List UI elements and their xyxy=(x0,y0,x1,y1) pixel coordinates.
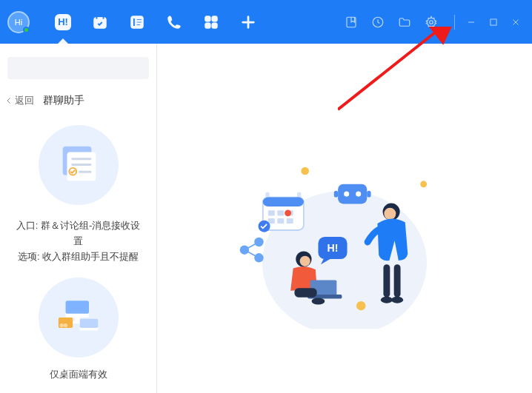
empty-state-illustration: H! xyxy=(226,144,463,329)
svg-rect-9 xyxy=(205,22,210,27)
svg-rect-8 xyxy=(212,16,217,21)
svg-rect-38 xyxy=(263,198,304,206)
right-icons xyxy=(345,15,458,30)
document-stack-icon xyxy=(56,142,102,188)
svg-point-13 xyxy=(430,20,433,24)
svg-point-52 xyxy=(356,192,361,197)
svg-rect-53 xyxy=(334,191,338,198)
chat-badge-icon: H! xyxy=(55,14,71,30)
minimize-icon xyxy=(466,17,476,27)
search-input[interactable] xyxy=(19,63,143,74)
settings-button[interactable] xyxy=(425,16,438,29)
svg-rect-44 xyxy=(287,218,293,224)
nav-icons: H! xyxy=(55,14,256,30)
nav-phone[interactable] xyxy=(166,14,182,30)
page-title: 群聊助手 xyxy=(43,94,84,107)
folder-icon xyxy=(398,16,411,29)
history-button[interactable] xyxy=(371,16,385,29)
section-desktop-caption: 仅桌面端有效 xyxy=(50,368,107,381)
svg-point-34 xyxy=(356,301,365,310)
divider xyxy=(454,15,455,30)
window-controls xyxy=(465,16,522,28)
close-button[interactable] xyxy=(510,16,522,28)
nav-calendar[interactable] xyxy=(92,14,108,30)
svg-rect-6 xyxy=(136,24,141,25)
svg-point-62 xyxy=(391,297,403,303)
calendar-icon xyxy=(92,14,108,30)
svg-rect-39 xyxy=(268,210,275,215)
devices-icon xyxy=(53,292,104,343)
svg-rect-24 xyxy=(74,318,79,321)
svg-rect-30 xyxy=(79,319,98,328)
svg-rect-21 xyxy=(79,171,91,173)
plus-icon xyxy=(240,14,256,30)
history-icon xyxy=(371,16,385,29)
search-icon xyxy=(13,62,14,74)
svg-rect-5 xyxy=(136,21,142,23)
feed-icon xyxy=(129,14,145,30)
svg-rect-10 xyxy=(212,22,217,27)
main-area: H! xyxy=(157,44,532,393)
svg-point-15 xyxy=(13,68,14,69)
avatar-label: Hi xyxy=(15,18,22,27)
search-box[interactable] xyxy=(7,57,149,79)
status-dot xyxy=(23,27,30,33)
desktop-illustration xyxy=(39,278,119,357)
svg-point-64 xyxy=(300,256,310,266)
svg-point-58 xyxy=(384,208,396,220)
svg-point-27 xyxy=(59,323,63,327)
back-label: 返回 xyxy=(15,94,34,107)
section-entry: 入口: 群＆讨论组-消息接收设置 选项: 收入群组助手且不提醒 xyxy=(0,112,156,264)
titlebar: Hi H! xyxy=(0,0,532,44)
avatar[interactable]: Hi xyxy=(7,11,30,33)
minimize-button[interactable] xyxy=(465,16,477,28)
breadcrumb: 返回 群聊助手 xyxy=(4,94,147,107)
svg-rect-17 xyxy=(67,152,96,181)
svg-point-32 xyxy=(301,167,309,175)
chevron-left-icon xyxy=(4,96,13,105)
folder-button[interactable] xyxy=(398,16,411,29)
svg-text:H!: H! xyxy=(327,242,338,254)
svg-rect-67 xyxy=(294,288,316,297)
svg-point-51 xyxy=(344,192,349,197)
svg-rect-54 xyxy=(367,191,370,198)
maximize-icon xyxy=(488,17,499,27)
entry-line1: 入口: 群＆讨论组-消息接收设置 xyxy=(12,218,144,249)
svg-rect-4 xyxy=(136,19,142,20)
svg-point-28 xyxy=(63,323,67,327)
nav-add[interactable] xyxy=(240,14,256,30)
svg-point-45 xyxy=(285,209,291,216)
section-desktop: 仅桌面端有效 xyxy=(0,264,156,381)
bookmark-button[interactable] xyxy=(345,16,358,29)
sidebar: 返回 群聊助手 入口: 群＆讨论组- xyxy=(0,44,157,393)
svg-rect-3 xyxy=(133,18,136,26)
svg-point-61 xyxy=(381,297,393,303)
entry-line2: 选项: 收入群组助手且不提醒 xyxy=(12,249,144,265)
gear-icon xyxy=(425,16,438,29)
svg-rect-59 xyxy=(383,264,390,297)
svg-rect-7 xyxy=(205,16,210,21)
apps-icon xyxy=(203,14,219,30)
svg-rect-14 xyxy=(491,19,496,24)
section-entry-caption: 入口: 群＆讨论组-消息接收设置 选项: 收入群组助手且不提醒 xyxy=(12,218,144,264)
entry-illustration xyxy=(39,125,119,205)
svg-rect-40 xyxy=(277,210,284,215)
nav-feed[interactable] xyxy=(129,14,145,30)
maximize-button[interactable] xyxy=(488,16,499,28)
svg-rect-42 xyxy=(268,218,275,224)
nav-chat-tab[interactable]: H! xyxy=(55,14,71,30)
svg-rect-19 xyxy=(71,164,91,166)
svg-rect-50 xyxy=(338,184,367,204)
svg-rect-18 xyxy=(71,158,91,160)
close-icon xyxy=(511,17,521,27)
back-button[interactable]: 返回 xyxy=(4,94,34,107)
bookmark-icon xyxy=(345,16,358,29)
svg-rect-23 xyxy=(65,301,89,315)
svg-rect-43 xyxy=(277,218,284,224)
svg-point-68 xyxy=(312,298,325,305)
svg-rect-60 xyxy=(394,264,401,297)
phone-icon xyxy=(166,14,182,30)
nav-apps[interactable] xyxy=(203,14,219,30)
svg-point-33 xyxy=(420,181,427,187)
